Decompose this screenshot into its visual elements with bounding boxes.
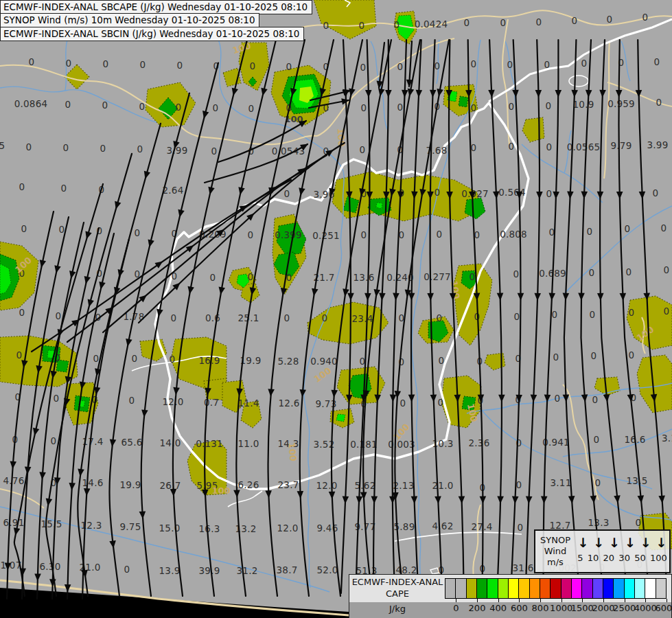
wind-speed-value: 30 bbox=[618, 553, 630, 563]
wind-arrowhead bbox=[478, 394, 485, 402]
wind-arrowhead bbox=[204, 388, 211, 396]
cape-tick-mark bbox=[645, 599, 646, 602]
wind-arrowhead bbox=[541, 496, 548, 503]
wind-arrowhead bbox=[596, 192, 603, 199]
wind-arrow-icon: ↓ bbox=[640, 535, 651, 550]
cape-legend-line1: ECMWF-INDEX-ANAL bbox=[349, 577, 445, 587]
wind-arrowhead bbox=[142, 171, 150, 180]
wind-arrowhead bbox=[69, 483, 76, 491]
wind-arrowhead bbox=[267, 389, 274, 397]
wind-arrowhead bbox=[446, 192, 453, 199]
cape-color-cell bbox=[561, 578, 572, 599]
wind-arrowhead bbox=[411, 192, 418, 199]
wind-arrowhead bbox=[616, 192, 623, 199]
cape-color-cell bbox=[476, 578, 487, 599]
wind-speed-value: 10 bbox=[588, 553, 599, 563]
wind-streamline bbox=[236, 40, 305, 596]
wind-arrowhead bbox=[379, 293, 386, 301]
wind-arrowhead bbox=[390, 395, 397, 402]
wind-arrowhead bbox=[515, 395, 522, 402]
cape-color-cell bbox=[624, 578, 635, 599]
cape-tick-label: 0 bbox=[453, 603, 459, 613]
wind-streamline bbox=[14, 184, 103, 596]
wind-arrowhead bbox=[544, 395, 551, 402]
cape-tick-label: 4000 bbox=[634, 603, 657, 613]
cape-tick-label: 600 bbox=[511, 603, 528, 613]
cape-color-cell bbox=[613, 578, 624, 599]
cape-tick-label: 6000 bbox=[655, 603, 672, 613]
cape-tick-mark bbox=[603, 599, 604, 602]
wind-arrowhead bbox=[639, 192, 646, 199]
wind-arrowhead bbox=[39, 472, 46, 480]
wind-streamline bbox=[205, 40, 276, 596]
wind-arrowhead bbox=[371, 496, 378, 503]
wind-arrow-icon: ↓ bbox=[609, 535, 620, 550]
cape-tick-label: 2000 bbox=[592, 603, 614, 613]
wind-arrow-icon: ↓ bbox=[625, 535, 636, 550]
wind-streamline bbox=[489, 40, 502, 593]
wind-arrowhead bbox=[34, 573, 41, 581]
wind-arrowhead bbox=[512, 90, 519, 98]
wind-streamline bbox=[52, 228, 99, 599]
wind-arrowhead bbox=[265, 490, 272, 498]
wind-arrowhead bbox=[534, 293, 541, 301]
cape-tick-label: 1500 bbox=[571, 603, 594, 613]
wind-arrowhead bbox=[299, 117, 308, 127]
wind-arrowhead bbox=[518, 293, 524, 301]
cape-color-cell bbox=[550, 578, 561, 599]
wind-arrowhead bbox=[299, 389, 306, 398]
wind-streamline bbox=[564, 40, 580, 593]
wind-arrowhead bbox=[536, 192, 543, 199]
wind-arrowhead bbox=[374, 395, 381, 402]
wind-arrowhead bbox=[346, 395, 353, 402]
wind-arrowhead bbox=[525, 496, 532, 503]
wind-arrowhead bbox=[616, 90, 623, 98]
wind-legend-scale: ↓↓↓↓↓↓ 510203050100 bbox=[575, 531, 669, 572]
wind-arrowhead bbox=[636, 90, 642, 98]
wind-speed-value: 5 bbox=[577, 553, 583, 563]
wind-arrowhead bbox=[329, 492, 336, 499]
cape-color-cell bbox=[603, 578, 614, 599]
wind-arrowhead bbox=[415, 90, 422, 98]
cape-colorbar bbox=[445, 578, 667, 599]
cape-color-cell bbox=[656, 578, 667, 599]
wind-arrowhead bbox=[10, 461, 16, 470]
wind-arrowhead bbox=[86, 299, 94, 308]
wind-arrowhead bbox=[498, 395, 505, 402]
cape-tick-mark bbox=[582, 599, 583, 602]
wind-arrowhead bbox=[620, 293, 627, 301]
wind-arrowhead bbox=[364, 293, 371, 301]
wind-arrowhead bbox=[146, 239, 154, 248]
cape-tick-mark bbox=[667, 599, 667, 602]
wind-speed-value: 50 bbox=[634, 553, 646, 563]
cape-legend: ECMWF-INDEX-ANAL CAPE J/kg 0200400600800… bbox=[349, 574, 672, 618]
cape-tick-mark bbox=[456, 599, 456, 602]
wind-arrowhead bbox=[658, 496, 665, 504]
cape-color-cell bbox=[445, 578, 456, 599]
wind-speed-value: 100 bbox=[650, 553, 667, 563]
wind-streamline bbox=[37, 222, 84, 599]
wind-arrowhead bbox=[469, 192, 476, 199]
wind-streamline bbox=[581, 40, 603, 593]
wind-arrowhead bbox=[54, 477, 60, 485]
wind-arrowhead bbox=[356, 496, 362, 503]
wind-arrowhead bbox=[71, 317, 81, 326]
wind-arrowhead bbox=[411, 496, 418, 504]
wind-arrowhead bbox=[454, 395, 461, 402]
cape-tick-mark bbox=[540, 599, 541, 602]
wind-streamline bbox=[511, 40, 520, 593]
title-sbcape: ECMWF-INDEX-ANAL SBCAPE (J/kg) Wednesday… bbox=[0, 0, 312, 14]
wind-arrowhead bbox=[365, 90, 372, 98]
wind-arrow-icon: ↓ bbox=[656, 535, 667, 550]
wind-streamline bbox=[22, 217, 69, 599]
wind-streamline-layer bbox=[0, 0, 672, 618]
wind-arrowhead bbox=[83, 231, 91, 240]
cape-tick-label: 2500 bbox=[613, 603, 636, 613]
cape-color-cell bbox=[571, 578, 582, 599]
wind-streamline bbox=[173, 40, 247, 596]
wind-arrowhead bbox=[568, 496, 575, 504]
wind-streamline bbox=[32, 180, 291, 352]
wind-arrowhead bbox=[562, 293, 569, 301]
wind-legend-line3: m/s bbox=[547, 557, 564, 568]
wind-arrowhead bbox=[77, 468, 84, 477]
